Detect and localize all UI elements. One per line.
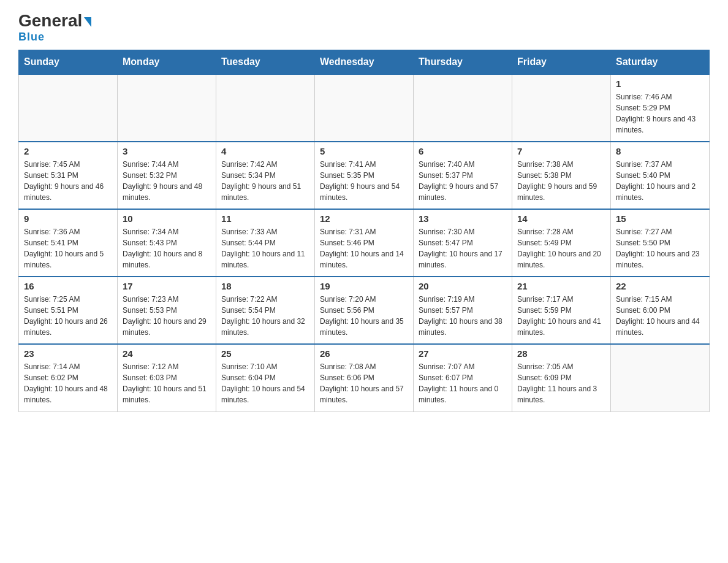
column-header-friday: Friday [512, 50, 611, 75]
day-number: 13 [419, 213, 507, 224]
column-header-sunday: Sunday [19, 50, 118, 75]
day-number: 6 [419, 146, 507, 156]
column-header-monday: Monday [118, 50, 216, 75]
day-number: 27 [419, 348, 507, 359]
day-info: Sunrise: 7:45 AM Sunset: 5:31 PM Dayligh… [24, 159, 112, 203]
calendar-cell: 14Sunrise: 7:28 AM Sunset: 5:49 PM Dayli… [512, 209, 611, 277]
calendar-cell [118, 74, 216, 142]
day-number: 23 [24, 348, 112, 359]
calendar-cell: 22Sunrise: 7:15 AM Sunset: 6:00 PM Dayli… [611, 277, 710, 344]
calendar-cell: 2Sunrise: 7:45 AM Sunset: 5:31 PM Daylig… [19, 142, 118, 209]
calendar-cell: 24Sunrise: 7:12 AM Sunset: 6:03 PM Dayli… [118, 344, 216, 412]
calendar-cell: 6Sunrise: 7:40 AM Sunset: 5:37 PM Daylig… [414, 142, 512, 209]
day-number: 26 [320, 348, 408, 359]
column-header-saturday: Saturday [611, 50, 710, 75]
logo-text: General [18, 12, 91, 29]
day-number: 21 [517, 281, 605, 291]
week-row-2: 2Sunrise: 7:45 AM Sunset: 5:31 PM Daylig… [19, 142, 710, 209]
day-number: 25 [221, 348, 309, 359]
calendar-cell: 8Sunrise: 7:37 AM Sunset: 5:40 PM Daylig… [611, 142, 710, 209]
week-row-4: 16Sunrise: 7:25 AM Sunset: 5:51 PM Dayli… [19, 277, 710, 344]
calendar-cell: 27Sunrise: 7:07 AM Sunset: 6:07 PM Dayli… [414, 344, 512, 412]
logo-blue-text: Blue [18, 31, 45, 44]
day-number: 7 [517, 146, 605, 156]
day-number: 14 [517, 213, 605, 224]
day-number: 12 [320, 213, 408, 224]
day-info: Sunrise: 7:38 AM Sunset: 5:38 PM Dayligh… [517, 159, 605, 203]
calendar-cell: 16Sunrise: 7:25 AM Sunset: 5:51 PM Dayli… [19, 277, 118, 344]
calendar-cell [315, 74, 414, 142]
day-info: Sunrise: 7:30 AM Sunset: 5:47 PM Dayligh… [419, 226, 507, 270]
day-info: Sunrise: 7:46 AM Sunset: 5:29 PM Dayligh… [616, 91, 704, 136]
calendar-cell: 7Sunrise: 7:38 AM Sunset: 5:38 PM Daylig… [512, 142, 611, 209]
logo-triangle-icon [84, 17, 91, 27]
day-info: Sunrise: 7:36 AM Sunset: 5:41 PM Dayligh… [24, 226, 112, 270]
week-row-1: 1Sunrise: 7:46 AM Sunset: 5:29 PM Daylig… [19, 74, 710, 142]
calendar-cell [414, 74, 512, 142]
calendar-cell: 5Sunrise: 7:41 AM Sunset: 5:35 PM Daylig… [315, 142, 414, 209]
page-header: General Blue [18, 12, 710, 44]
day-number: 22 [616, 281, 704, 291]
day-info: Sunrise: 7:25 AM Sunset: 5:51 PM Dayligh… [24, 294, 112, 338]
calendar-cell: 20Sunrise: 7:19 AM Sunset: 5:57 PM Dayli… [414, 277, 512, 344]
calendar-cell: 12Sunrise: 7:31 AM Sunset: 5:46 PM Dayli… [315, 209, 414, 277]
day-number: 8 [616, 146, 704, 156]
day-number: 17 [123, 281, 211, 291]
calendar-cell: 17Sunrise: 7:23 AM Sunset: 5:53 PM Dayli… [118, 277, 216, 344]
calendar-cell: 23Sunrise: 7:14 AM Sunset: 6:02 PM Dayli… [19, 344, 118, 412]
day-number: 18 [221, 281, 309, 291]
day-number: 4 [221, 146, 309, 156]
day-number: 28 [517, 348, 605, 359]
day-info: Sunrise: 7:41 AM Sunset: 5:35 PM Dayligh… [320, 159, 408, 203]
calendar-cell: 18Sunrise: 7:22 AM Sunset: 5:54 PM Dayli… [216, 277, 315, 344]
logo: General Blue [18, 12, 91, 44]
day-info: Sunrise: 7:10 AM Sunset: 6:04 PM Dayligh… [221, 361, 309, 405]
day-info: Sunrise: 7:23 AM Sunset: 5:53 PM Dayligh… [123, 294, 211, 338]
day-info: Sunrise: 7:27 AM Sunset: 5:50 PM Dayligh… [616, 226, 704, 270]
calendar-cell: 3Sunrise: 7:44 AM Sunset: 5:32 PM Daylig… [118, 142, 216, 209]
calendar-cell: 4Sunrise: 7:42 AM Sunset: 5:34 PM Daylig… [216, 142, 315, 209]
week-row-5: 23Sunrise: 7:14 AM Sunset: 6:02 PM Dayli… [19, 344, 710, 412]
day-info: Sunrise: 7:37 AM Sunset: 5:40 PM Dayligh… [616, 159, 704, 203]
day-number: 1 [616, 79, 704, 89]
day-info: Sunrise: 7:05 AM Sunset: 6:09 PM Dayligh… [517, 361, 605, 405]
day-info: Sunrise: 7:34 AM Sunset: 5:43 PM Dayligh… [123, 226, 211, 270]
day-info: Sunrise: 7:28 AM Sunset: 5:49 PM Dayligh… [517, 226, 605, 270]
calendar-cell: 19Sunrise: 7:20 AM Sunset: 5:56 PM Dayli… [315, 277, 414, 344]
day-number: 2 [24, 146, 112, 156]
day-number: 19 [320, 281, 408, 291]
day-info: Sunrise: 7:07 AM Sunset: 6:07 PM Dayligh… [419, 361, 507, 405]
day-number: 20 [419, 281, 507, 291]
day-info: Sunrise: 7:19 AM Sunset: 5:57 PM Dayligh… [419, 294, 507, 338]
day-info: Sunrise: 7:22 AM Sunset: 5:54 PM Dayligh… [221, 294, 309, 338]
day-info: Sunrise: 7:40 AM Sunset: 5:37 PM Dayligh… [419, 159, 507, 203]
calendar-cell: 13Sunrise: 7:30 AM Sunset: 5:47 PM Dayli… [414, 209, 512, 277]
day-info: Sunrise: 7:17 AM Sunset: 5:59 PM Dayligh… [517, 294, 605, 338]
day-info: Sunrise: 7:15 AM Sunset: 6:00 PM Dayligh… [616, 294, 704, 338]
day-number: 16 [24, 281, 112, 291]
calendar-cell: 10Sunrise: 7:34 AM Sunset: 5:43 PM Dayli… [118, 209, 216, 277]
calendar-cell: 1Sunrise: 7:46 AM Sunset: 5:29 PM Daylig… [611, 74, 710, 142]
calendar-header-row: SundayMondayTuesdayWednesdayThursdayFrid… [19, 50, 710, 75]
day-info: Sunrise: 7:20 AM Sunset: 5:56 PM Dayligh… [320, 294, 408, 338]
calendar-cell: 25Sunrise: 7:10 AM Sunset: 6:04 PM Dayli… [216, 344, 315, 412]
calendar-cell [611, 344, 710, 412]
column-header-thursday: Thursday [414, 50, 512, 75]
calendar-cell: 15Sunrise: 7:27 AM Sunset: 5:50 PM Dayli… [611, 209, 710, 277]
calendar-cell: 26Sunrise: 7:08 AM Sunset: 6:06 PM Dayli… [315, 344, 414, 412]
day-info: Sunrise: 7:42 AM Sunset: 5:34 PM Dayligh… [221, 159, 309, 203]
day-info: Sunrise: 7:14 AM Sunset: 6:02 PM Dayligh… [24, 361, 112, 405]
day-info: Sunrise: 7:12 AM Sunset: 6:03 PM Dayligh… [123, 361, 211, 405]
day-number: 11 [221, 213, 309, 224]
day-info: Sunrise: 7:44 AM Sunset: 5:32 PM Dayligh… [123, 159, 211, 203]
column-header-wednesday: Wednesday [315, 50, 414, 75]
calendar-cell [216, 74, 315, 142]
day-info: Sunrise: 7:33 AM Sunset: 5:44 PM Dayligh… [221, 226, 309, 270]
day-info: Sunrise: 7:08 AM Sunset: 6:06 PM Dayligh… [320, 361, 408, 405]
calendar-cell [512, 74, 611, 142]
day-number: 9 [24, 213, 112, 224]
calendar-cell [19, 74, 118, 142]
column-header-tuesday: Tuesday [216, 50, 315, 75]
calendar-cell: 21Sunrise: 7:17 AM Sunset: 5:59 PM Dayli… [512, 277, 611, 344]
calendar-table: SundayMondayTuesdayWednesdayThursdayFrid… [18, 50, 710, 412]
